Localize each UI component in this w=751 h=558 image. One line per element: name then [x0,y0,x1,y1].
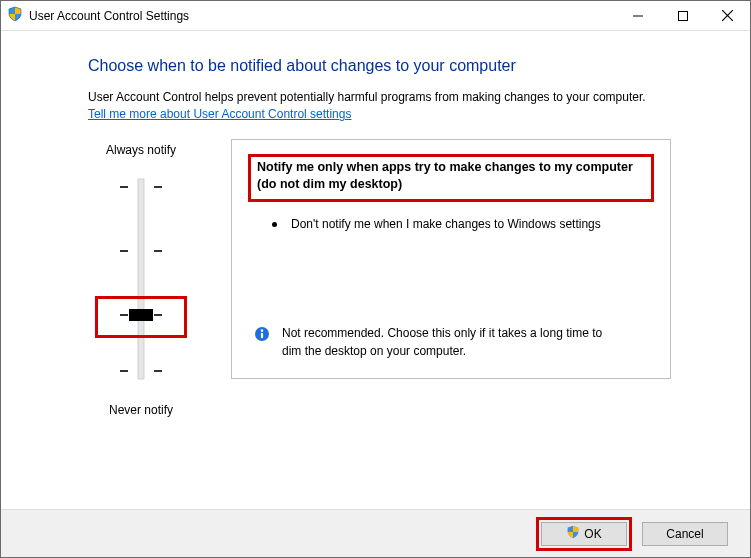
panel-bullet: Don't notify me when I make changes to W… [248,216,654,233]
shield-icon [566,525,580,542]
recommendation-row: Not recommended. Choose this only if it … [248,325,654,366]
notification-slider[interactable] [106,169,176,389]
learn-more-link[interactable]: Tell me more about User Account Control … [88,107,351,121]
uac-settings-window: User Account Control Settings Choose whe… [0,0,751,558]
minimize-button[interactable] [615,1,660,31]
svg-point-15 [261,330,264,333]
content-area: Choose when to be notified about changes… [1,31,750,427]
slider-column: Always notify [51,139,231,417]
maximize-button[interactable] [660,1,705,31]
ok-button[interactable]: OK [541,522,627,546]
svg-rect-4 [138,179,144,379]
window-title: User Account Control Settings [29,9,189,23]
svg-rect-13 [129,309,153,321]
shield-icon [7,6,23,25]
intro-text: User Account Control helps prevent poten… [88,89,700,105]
info-icon [254,326,270,342]
panel-bullet-text: Don't notify me when I make changes to W… [291,216,601,233]
ok-button-label: OK [584,527,601,541]
cancel-button[interactable]: Cancel [642,522,728,546]
svg-rect-16 [261,333,263,338]
highlight-ok-button: OK [536,517,632,551]
slider-label-top: Always notify [106,143,176,157]
footer-bar: OK Cancel [1,509,750,557]
slider-label-bottom: Never notify [109,403,173,417]
titlebar: User Account Control Settings [1,1,750,31]
cancel-button-label: Cancel [666,527,703,541]
bullet-icon [272,222,277,227]
svg-rect-1 [678,11,687,20]
close-button[interactable] [705,1,750,31]
page-heading: Choose when to be notified about changes… [88,57,700,75]
description-panel: Notify me only when apps try to make cha… [231,139,671,379]
panel-title: Notify me only when apps try to make cha… [257,159,645,193]
recommendation-text: Not recommended. Choose this only if it … [282,325,622,360]
highlight-panel-title: Notify me only when apps try to make cha… [248,154,654,202]
